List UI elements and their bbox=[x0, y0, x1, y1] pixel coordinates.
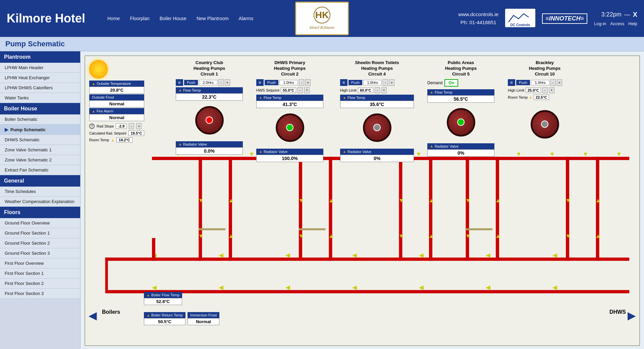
circuit-2-push-btn[interactable]: Push bbox=[265, 80, 278, 85]
svg-text:▲: ▲ bbox=[495, 233, 501, 240]
sidebar-item-ground-floor-section-2[interactable]: Ground Floor Section 2 bbox=[0, 238, 80, 248]
svg-rect-64 bbox=[466, 228, 493, 230]
circuit-1-hours-input[interactable] bbox=[199, 80, 217, 85]
circuit-4-high-limit-value: 60.0°C bbox=[358, 88, 373, 93]
circuit-4-plus[interactable]: + bbox=[389, 79, 394, 86]
sidebar-item-first-floor-overview[interactable]: First Floor Overview bbox=[0, 258, 80, 268]
circuit-1-table-icon[interactable]: ⊞ bbox=[176, 79, 183, 86]
circuit-2-hws-plus[interactable]: + bbox=[304, 87, 310, 93]
circuit-10-high-limit-minus[interactable]: - bbox=[542, 87, 548, 93]
room-temp-row: Room Temp ▲ 18.2°C bbox=[89, 137, 144, 143]
sidebar-item-lphw-heat-exchanger[interactable]: LPHW Heat Exchanger bbox=[0, 73, 80, 83]
circuit-10-pump bbox=[508, 110, 582, 139]
svg-text:▼: ▼ bbox=[516, 151, 522, 158]
circuit-4-high-limit-plus[interactable]: + bbox=[381, 87, 387, 93]
circuit-10-hours-input[interactable] bbox=[531, 80, 549, 85]
circuit-10-high-limit-label: High Limit bbox=[508, 88, 524, 92]
nav-left-arrow[interactable]: ◀ bbox=[89, 309, 97, 322]
svg-rect-6 bbox=[229, 157, 232, 261]
circuit-1-pump-indicator bbox=[206, 116, 213, 124]
circuit-10-table-icon[interactable]: ⊞ bbox=[508, 79, 515, 86]
nav-right-arrow[interactable]: ▶ bbox=[628, 309, 636, 322]
circuit-10-high-limit-plus[interactable]: + bbox=[549, 87, 554, 93]
circuit-2-hws-minus[interactable]: - bbox=[298, 87, 303, 93]
circuit-1-plus[interactable]: + bbox=[225, 79, 230, 86]
svg-rect-63 bbox=[299, 228, 326, 230]
sidebar-item-water-tanks[interactable]: Water Tanks bbox=[0, 93, 80, 103]
nav-floorplan[interactable]: Floorplan bbox=[130, 16, 149, 21]
outside-frost-label: Outside Frost bbox=[89, 94, 144, 100]
sidebar-item-ground-floor-overview[interactable]: Ground Floor Overview bbox=[0, 218, 80, 228]
circuit-5-demand-value: On bbox=[444, 79, 458, 87]
sidebar-item-lphw-dhws-calorifiers[interactable]: LPHW DHWS Calorifiers bbox=[0, 83, 80, 93]
access-btn[interactable]: Access bbox=[610, 21, 624, 26]
hotel-logo-hk: HK bbox=[314, 7, 330, 23]
circuit-10-minus[interactable]: - bbox=[550, 79, 556, 86]
svg-rect-10 bbox=[429, 157, 432, 261]
rad-slope-minus[interactable]: - bbox=[129, 123, 134, 129]
header: Kilmore Hotel Home Floorplan Boiler Hous… bbox=[0, 0, 644, 37]
sidebar-item-dhws-schematic[interactable]: DHWS Schematic bbox=[0, 135, 80, 145]
outside-temp-value: 20.8°C bbox=[89, 87, 144, 94]
phone: Ph: 01-4416651 bbox=[458, 18, 498, 27]
circuit-5-pump-indicator bbox=[457, 118, 465, 126]
rad-slope-plus[interactable]: + bbox=[136, 123, 142, 129]
svg-text:◀: ◀ bbox=[152, 284, 157, 291]
svg-text:◀: ◀ bbox=[486, 284, 490, 291]
circuit-2-rad-valve: ▲Radiator Valve 100.0% bbox=[256, 149, 323, 162]
circuit-4-title: Sheelin Room ToiletsHeating PumpsCircuit… bbox=[340, 60, 414, 77]
svg-text:▲: ▲ bbox=[228, 233, 234, 240]
nav-new-plantroom[interactable]: New Plantroom bbox=[197, 16, 229, 21]
sidebar-item-first-floor-section-2[interactable]: First Floor Section 2 bbox=[0, 279, 80, 289]
sidebar-item-weather-compensation[interactable]: Weather Compensation Explanation bbox=[0, 197, 80, 207]
help-btn[interactable]: Help bbox=[628, 21, 637, 26]
sidebar-item-zone-valve-2[interactable]: Zone Valve Schematic 2 bbox=[0, 155, 80, 165]
circuit-1-controls: ⊞ Push - + bbox=[176, 79, 243, 86]
sidebar-item-ground-floor-section-3[interactable]: Ground Floor Section 3 bbox=[0, 248, 80, 258]
circuit-2-plus[interactable]: + bbox=[305, 79, 311, 86]
svg-text:DC Controls: DC Controls bbox=[511, 23, 530, 27]
svg-rect-62 bbox=[199, 228, 225, 230]
calc-rad-value: 19.5°C bbox=[128, 131, 145, 136]
sidebar-item-zone-valve-1[interactable]: Zone Valve Schematic 1 bbox=[0, 145, 80, 155]
info-icon[interactable]: ? bbox=[89, 123, 95, 129]
circuit-2-hours-input[interactable] bbox=[279, 80, 298, 85]
circuit-1-push-btn[interactable]: Push bbox=[184, 80, 198, 85]
circuit-4-minus[interactable]: - bbox=[383, 79, 388, 86]
sidebar-item-boiler-schematic[interactable]: Boiler Schematic bbox=[0, 114, 80, 124]
minimize-btn[interactable]: — bbox=[624, 11, 630, 18]
circuit-4-push-btn[interactable]: Push bbox=[348, 80, 362, 85]
svg-text:▲: ▲ bbox=[428, 197, 434, 204]
sidebar-item-extract-fan[interactable]: Extract Fan Schematic bbox=[0, 165, 80, 175]
fire-alarm-value: Normal bbox=[89, 114, 144, 121]
circuit-5-flow-temp-label: ▲Flow Temp bbox=[427, 89, 494, 95]
svg-text:▼: ▼ bbox=[198, 233, 204, 240]
nav-boiler-house[interactable]: Boiler House bbox=[160, 16, 186, 21]
svg-text:▼: ▼ bbox=[198, 197, 204, 204]
circuit-4-table-icon[interactable]: ⊞ bbox=[340, 79, 347, 86]
login-btn[interactable]: Log-in bbox=[594, 21, 606, 26]
circuit-4-hours-input[interactable] bbox=[363, 80, 382, 85]
nav-home[interactable]: Home bbox=[107, 16, 120, 21]
svg-text:▼: ▼ bbox=[565, 233, 571, 240]
sidebar-item-first-floor-section-3[interactable]: First Floor Section 3 bbox=[0, 289, 80, 299]
immersion-frost-panel: Immersion Frost Normal bbox=[187, 312, 219, 325]
nav-alarms[interactable]: Alarms bbox=[239, 16, 254, 21]
circuit-10-plus[interactable]: + bbox=[557, 79, 562, 86]
close-btn[interactable]: X bbox=[633, 11, 637, 18]
circuit-2-minus[interactable]: - bbox=[299, 79, 304, 86]
circuit-1-minus[interactable]: - bbox=[218, 79, 224, 86]
circuit-5-flow-temp-value: 56.5°C bbox=[427, 95, 494, 103]
circuit-2-table-icon[interactable]: ⊞ bbox=[256, 79, 264, 86]
sidebar-item-pump-schematic[interactable]: ▶Pump Schematic bbox=[0, 124, 80, 135]
sidebar-item-ground-floor-section-1[interactable]: Ground Floor Section 1 bbox=[0, 228, 80, 238]
svg-text:▼: ▼ bbox=[465, 197, 471, 204]
svg-text:▼: ▼ bbox=[398, 197, 404, 204]
sun-icon bbox=[89, 60, 108, 79]
hotel-logo-name: Hotel Kilmore bbox=[310, 25, 334, 31]
sidebar-item-lphw-main-header[interactable]: LPHW Main Header bbox=[0, 63, 80, 73]
sidebar-item-time-schedules[interactable]: Time Schedules bbox=[0, 187, 80, 197]
circuit-10-push-btn[interactable]: Push bbox=[516, 80, 530, 85]
circuit-4-high-limit-minus[interactable]: - bbox=[375, 87, 380, 93]
sidebar-item-first-floor-section-1[interactable]: First Floor Section 1 bbox=[0, 268, 80, 279]
